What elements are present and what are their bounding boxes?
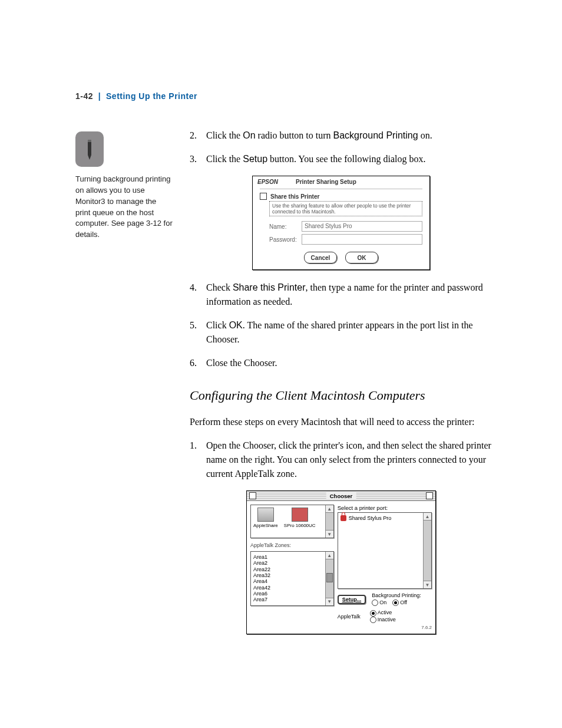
printer-name: SPro 10600UC — [284, 523, 316, 528]
zone-item[interactable]: Area4 — [253, 578, 323, 584]
epson-logo: EPSON — [257, 179, 278, 185]
chooser-titlebar[interactable]: Chooser — [247, 491, 435, 501]
printer-icon — [292, 508, 308, 522]
svg-rect-1 — [88, 140, 91, 142]
printer-sharing-dialog: EPSON Printer Sharing Setup Share this P… — [252, 176, 430, 270]
zone-item[interactable]: Area42 — [253, 585, 323, 591]
scroll-up-icon[interactable]: ▲ — [326, 552, 333, 559]
step-5: 5. Click OK. The name of the shared prin… — [190, 318, 492, 347]
step-text: Open the Chooser, click the printer's ic… — [206, 439, 492, 481]
main-content: 2. Click the On radio button to turn Bac… — [190, 129, 492, 634]
header-separator: | — [98, 91, 101, 101]
password-input[interactable] — [302, 234, 422, 245]
bgprint-off-radio[interactable]: Off — [392, 599, 407, 605]
zones-pane[interactable]: Area1Area2Area22Area32Area4Area42Area6Ar… — [250, 551, 334, 606]
chooser-version: 7.6.2 — [338, 625, 432, 630]
scrollbar[interactable]: ▲ ▼ — [423, 513, 431, 588]
step-number: 6. — [190, 356, 206, 370]
appletalk-group: Active Inactive — [370, 610, 396, 623]
zone-item[interactable]: Area2 — [253, 560, 323, 566]
client-step-1: 1. Open the Chooser, click the printer's… — [190, 439, 492, 481]
scrollbar[interactable]: ▲ ▼ — [325, 505, 333, 538]
pencil-icon — [75, 131, 104, 167]
scroll-down-icon[interactable]: ▼ — [424, 581, 431, 588]
chooser-window: Chooser AppleShare SPro 10600UC — [246, 490, 436, 634]
name-input[interactable]: Shared Stylus Pro — [302, 221, 422, 232]
printer-name: AppleShare — [253, 523, 278, 528]
step-number: 3. — [190, 152, 206, 166]
scroll-up-icon[interactable]: ▲ — [424, 513, 431, 521]
zone-item[interactable]: Area7 — [253, 597, 323, 602]
password-field-row: Password: — [269, 234, 422, 245]
ok-button[interactable]: OK — [345, 252, 378, 263]
step-text: Check Share this Printer, then type a na… — [206, 281, 492, 309]
section-title: Setting Up the Printer — [106, 91, 197, 101]
step-number: 4. — [190, 281, 206, 309]
appletalk-active-radio[interactable]: Active — [370, 610, 396, 617]
page-header: 1-42 | Setting Up the Printer — [75, 91, 197, 101]
scrollbar[interactable]: ▲ ▼ — [325, 552, 333, 605]
password-label: Password: — [269, 236, 302, 243]
name-label: Name: — [269, 223, 302, 230]
background-printing-group: Background Printing: On Off — [372, 592, 421, 606]
appleshare-item[interactable]: AppleShare — [253, 508, 278, 528]
page-number: 1-42 — [75, 91, 93, 101]
margin-note: Turning background printing on allows yo… — [75, 131, 173, 241]
step-text: Click the Setup button. You see the foll… — [206, 152, 492, 166]
appletalk-label: AppleTalk — [338, 614, 361, 620]
setup-button[interactable]: Setup... — [338, 595, 366, 604]
zones-label: AppleTalk Zones: — [250, 542, 334, 548]
step-number: 2. — [190, 129, 206, 143]
scroll-down-icon[interactable]: ▼ — [326, 598, 333, 605]
checkbox-icon[interactable] — [260, 193, 267, 200]
appletalk-inactive-radio[interactable]: Inactive — [370, 617, 396, 624]
dialog-title: Printer Sharing Setup — [296, 179, 356, 185]
zone-item[interactable]: Area32 — [253, 572, 323, 578]
close-icon[interactable] — [249, 492, 256, 499]
zone-item[interactable]: Area1 — [253, 554, 323, 560]
step-number: 1. — [190, 439, 206, 481]
note-text: Turning background printing on allows yo… — [75, 174, 173, 241]
appleshare-icon — [257, 508, 274, 522]
port-item[interactable]: Shared Stylus Pro — [340, 515, 421, 521]
chooser-printer-pane[interactable]: AppleShare SPro 10600UC ▲ ▼ — [250, 505, 334, 538]
port-list-pane[interactable]: Shared Stylus Pro ▲ ▼ — [338, 512, 432, 589]
zoom-icon[interactable] — [426, 492, 433, 499]
step-6: 6. Close the Chooser. — [190, 356, 492, 370]
step-2: 2. Click the On radio button to turn Bac… — [190, 129, 492, 143]
svg-marker-0 — [88, 140, 91, 160]
spro-item[interactable]: SPro 10600UC — [284, 508, 316, 528]
zone-item[interactable]: Area6 — [253, 591, 323, 597]
bgprint-label: Background Printing: — [372, 592, 421, 599]
chooser-title: Chooser — [326, 493, 356, 499]
lock-icon — [340, 515, 346, 521]
intro-paragraph: Perform these steps on every Macintosh t… — [190, 415, 492, 429]
step-text: Close the Chooser. — [206, 356, 492, 370]
share-printer-checkbox[interactable]: Share this Printer — [260, 193, 422, 200]
cancel-button[interactable]: Cancel — [304, 252, 337, 263]
dialog-titlebar: EPSON Printer Sharing Setup — [253, 176, 429, 186]
share-printer-label: Share this Printer — [270, 193, 319, 200]
step-text: Click the On radio button to turn Backgr… — [206, 129, 492, 143]
bgprint-on-radio[interactable]: On — [372, 599, 386, 605]
name-field-row: Name: Shared Stylus Pro — [269, 221, 422, 232]
subsection-heading: Configuring the Client Macintosh Compute… — [190, 388, 492, 403]
port-name: Shared Stylus Pro — [349, 515, 392, 521]
share-hint: Use the sharing feature to allow other p… — [269, 201, 422, 216]
port-label: Select a printer port: — [338, 505, 432, 511]
step-3: 3. Click the Setup button. You see the f… — [190, 152, 492, 166]
step-number: 5. — [190, 318, 206, 347]
step-text: Click OK. The name of the shared printer… — [206, 318, 492, 347]
step-4: 4. Check Share this Printer, then type a… — [190, 281, 492, 309]
zone-item[interactable]: Area22 — [253, 566, 323, 572]
scroll-down-icon[interactable]: ▼ — [326, 530, 333, 538]
scroll-up-icon[interactable]: ▲ — [326, 505, 333, 513]
